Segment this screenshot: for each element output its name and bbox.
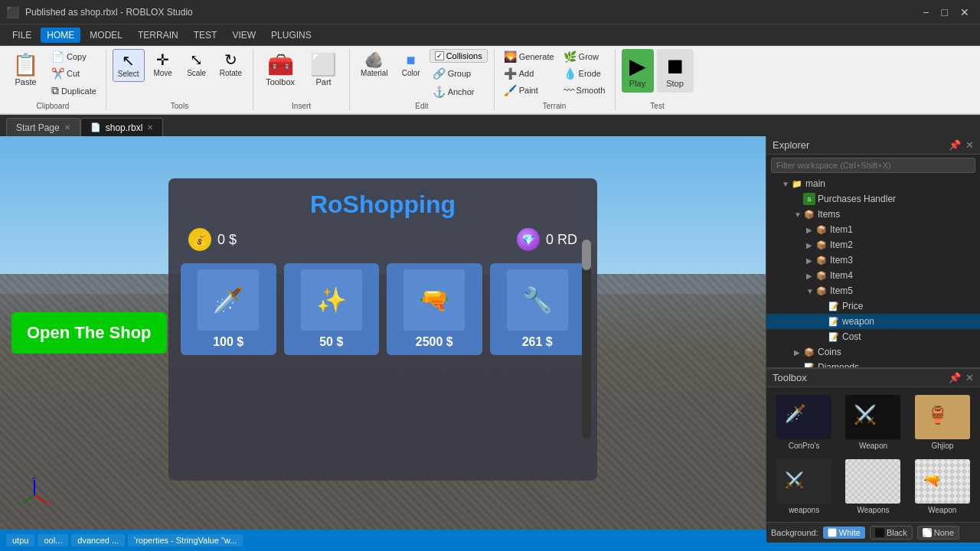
minimize-button[interactable]: − [918,6,933,18]
toolbox-item-weapons2[interactable]: Weapons [840,456,906,517]
svg-line-1 [23,495,34,503]
svg-text:🗡️: 🗡️ [785,403,806,424]
color-button[interactable]: ■ Color [396,49,426,80]
menu-view[interactable]: VIEW [226,28,262,43]
shop-title: RoShopping [181,191,585,219]
tree-item-cost[interactable]: 📝 Cost [766,329,980,344]
tree-item-item5[interactable]: ▼ 📦 Item5 [766,283,980,298]
tree-arrow-items[interactable]: ▼ [794,210,803,219]
tab-start-page-label: Start Page [16,122,60,133]
tree-icon-coins: 📦 [803,346,815,358]
open-shop-button[interactable]: Open The Shop [11,312,167,354]
rotate-button[interactable]: ↻ Rotate [215,49,247,80]
bg-black-button[interactable]: Black [870,526,913,540]
tree-icon-items: 📦 [803,208,815,220]
tree-arrow-item3[interactable]: ▶ [806,256,815,265]
explorer-header: Explorer 📌 ✕ [766,136,980,155]
viewport[interactable]: Open The Shop RoShopping 💰 0 $ 💎 0 RD 🗡️… [0,136,766,530]
status-tab-utpu[interactable]: utpu [6,534,34,546]
join-button[interactable]: 🔗 Group [430,66,488,81]
collisions-button[interactable]: ✓ Collisions [430,49,488,63]
menu-home[interactable]: HOME [41,28,80,43]
tree-arrow-item2[interactable]: ▶ [806,241,815,249]
tree-arrow-coins[interactable]: ▶ [794,348,803,357]
menu-test[interactable]: TEST [188,28,224,43]
material-button[interactable]: 🪨 Material [356,49,393,80]
tree-item-price[interactable]: 📝 Price [766,298,980,314]
shop-item-2[interactable]: 🔫 2500 $ [387,263,482,355]
duplicate-button[interactable]: ⧉ Duplicate [48,83,100,99]
tree-item-purchases[interactable]: S Purchases Handler [766,191,980,207]
ribbon-edit: 🪨 Material ■ Color ✓ Collisions 🔗 Group … [350,49,495,110]
join-icon: 🔗 [433,67,446,80]
toolbox-item-weapon1[interactable]: ⚔️ Weapon [840,392,906,453]
explorer-close-icon[interactable]: ✕ [965,139,974,151]
paint-terrain-button[interactable]: 🖌️ Paint [501,83,557,98]
toolbox-close-icon[interactable]: ✕ [965,372,974,383]
tree-item-main[interactable]: ▼ 📁 main [766,176,980,191]
maximize-button[interactable]: □ [937,6,952,18]
shop-item-1[interactable]: ✨ 50 $ [284,263,380,355]
tree-item-coins[interactable]: ▶ 📦 Coins [766,344,980,360]
stop-icon: ⏹ [665,54,686,79]
tree-arrow-item4[interactable]: ▶ [806,272,815,280]
toolbox-pin-icon[interactable]: 📌 [949,372,961,383]
status-tab-properties[interactable]: 'roperties - StringValue "w... [128,534,243,546]
cut-button[interactable]: ✂️ Cut [48,66,100,81]
menu-plugins[interactable]: PLUGINS [265,28,318,43]
generate-button[interactable]: 🌄 Generate [501,49,557,64]
bg-white-button[interactable]: White [823,527,865,539]
menu-terrain[interactable]: TERRAIN [132,28,185,43]
toolbox-item-weapons[interactable]: ⚔️ weapons [771,456,837,517]
tab-shop-rbxl-close[interactable]: ✕ [147,123,153,132]
play-button[interactable]: ▶ Play [622,49,654,93]
shop-item-0-price: 100 $ [213,335,243,349]
move-button[interactable]: ✛ Move [148,49,178,80]
select-button[interactable]: ↖ Select [113,49,145,82]
explorer-search-input[interactable] [771,158,975,173]
menu-bar: FILE HOME MODEL TERRAIN TEST VIEW PLUGIN… [0,24,980,46]
smooth-button[interactable]: 〰 Smooth [560,83,609,98]
shop-item-0[interactable]: 🗡️ 100 $ [181,263,276,355]
tab-start-page-close[interactable]: ✕ [64,123,70,132]
stop-button[interactable]: ⏹ Stop [657,49,694,93]
shop-scrollbar[interactable] [582,240,591,439]
paste-button[interactable]: 📋 Paste [6,49,45,90]
scale-button[interactable]: ⤡ Scale [181,49,212,80]
status-tab-advanced[interactable]: dvanced ... [71,534,125,546]
bg-none-button[interactable]: None [917,526,959,540]
status-tab-ool[interactable]: ool... [38,534,68,546]
add-button[interactable]: ➕ Add [501,66,557,81]
tree-arrow-item5[interactable]: ▼ [806,287,815,295]
anchor-button[interactable]: ⚓ Anchor [430,84,488,99]
tree-icon-item4: 📦 [815,269,828,282]
tree-item-item3[interactable]: ▶ 📦 Item3 [766,253,980,268]
copy-button[interactable]: 📄 Copy [48,49,100,64]
tab-start-page[interactable]: Start Page ✕ [6,118,80,136]
menu-file[interactable]: FILE [6,28,38,43]
toolbox-button[interactable]: 🧰 Toolbox [260,49,301,90]
shop-item-3-image: 🔧 [507,269,568,331]
tab-shop-rbxl[interactable]: 📄 shop.rbxl ✕ [80,118,164,136]
tree-label-item4: Item4 [830,270,853,281]
toolbox-item-weapon2[interactable]: 🔫 Weapon [910,456,975,517]
tree-item-item1[interactable]: ▶ 📦 Item1 [766,222,980,237]
part-button[interactable]: ⬜ Part [304,49,343,90]
explorer-pin-icon[interactable]: 📌 [949,139,961,151]
tree-item-items[interactable]: ▼ 📦 Items [766,207,980,222]
menu-model[interactable]: MODEL [83,28,129,43]
rotate-icon: ↻ [224,52,237,67]
ribbon-insert: 🧰 Toolbox ⬜ Part Insert [253,49,350,110]
tree-item-weapon[interactable]: 📝 weapon [766,314,980,329]
close-button[interactable]: ✕ [956,6,974,18]
tree-item-item4[interactable]: ▶ 📦 Item4 [766,268,980,283]
erode-button[interactable]: 💧 Erode [560,66,609,81]
tree-item-item2[interactable]: ▶ 📦 Item2 [766,237,980,253]
tree-arrow-item1[interactable]: ▶ [806,226,815,234]
grow-button[interactable]: 🌿 Grow [560,49,609,64]
tree-arrow-main[interactable]: ▼ [782,180,791,188]
shop-item-3[interactable]: 🔧 261 $ [490,263,586,355]
tree-item-diamonds[interactable]: 📝 Diamonds [766,360,980,367]
toolbox-item-conpros[interactable]: 🗡️ ConPro's [771,392,837,453]
toolbox-item-ghjiop[interactable]: 🏺 Ghjiop [910,392,975,453]
